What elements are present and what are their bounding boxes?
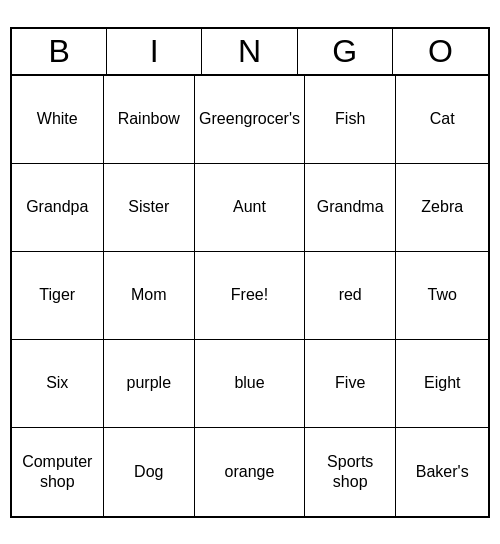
bingo-grid: WhiteRainbowGreengrocer'sFishCatGrandpaS… xyxy=(12,76,488,516)
bingo-cell[interactable]: Two xyxy=(396,252,488,340)
bingo-cell[interactable]: Zebra xyxy=(396,164,488,252)
cell-text: Greengrocer's xyxy=(199,109,300,128)
bingo-cell[interactable]: Aunt xyxy=(195,164,305,252)
cell-text: White xyxy=(37,109,78,128)
bingo-cell[interactable]: Tiger xyxy=(12,252,104,340)
bingo-cell[interactable]: blue xyxy=(195,340,305,428)
cell-text: red xyxy=(339,285,362,304)
cell-text: Cat xyxy=(430,109,455,128)
cell-text: Grandpa xyxy=(26,197,88,216)
cell-text: Eight xyxy=(424,373,460,392)
bingo-cell[interactable]: purple xyxy=(104,340,196,428)
cell-text: Grandma xyxy=(317,197,384,216)
cell-text: Baker's xyxy=(416,462,469,481)
header-letter: G xyxy=(298,29,393,74)
bingo-cell[interactable]: Grandma xyxy=(305,164,397,252)
bingo-cell[interactable]: Baker's xyxy=(396,428,488,516)
bingo-cell[interactable]: Fish xyxy=(305,76,397,164)
bingo-card: BINGO WhiteRainbowGreengrocer'sFishCatGr… xyxy=(10,27,490,518)
header-letter: N xyxy=(202,29,297,74)
bingo-cell[interactable]: orange xyxy=(195,428,305,516)
cell-text: Dog xyxy=(134,462,163,481)
bingo-header: BINGO xyxy=(12,29,488,76)
cell-text: Mom xyxy=(131,285,167,304)
cell-text: Five xyxy=(335,373,365,392)
bingo-cell[interactable]: Six xyxy=(12,340,104,428)
cell-text: Rainbow xyxy=(118,109,180,128)
cell-text: blue xyxy=(234,373,264,392)
bingo-cell[interactable]: Sister xyxy=(104,164,196,252)
cell-text: Computer shop xyxy=(16,452,99,490)
bingo-cell[interactable]: Cat xyxy=(396,76,488,164)
header-letter: B xyxy=(12,29,107,74)
bingo-cell[interactable]: Free! xyxy=(195,252,305,340)
cell-text: Six xyxy=(46,373,68,392)
cell-text: Zebra xyxy=(421,197,463,216)
bingo-cell[interactable]: Rainbow xyxy=(104,76,196,164)
cell-text: Fish xyxy=(335,109,365,128)
cell-text: Free! xyxy=(231,285,268,304)
bingo-cell[interactable]: White xyxy=(12,76,104,164)
cell-text: Aunt xyxy=(233,197,266,216)
cell-text: Sister xyxy=(128,197,169,216)
bingo-cell[interactable]: Sports shop xyxy=(305,428,397,516)
cell-text: Sports shop xyxy=(309,452,392,490)
bingo-cell[interactable]: Five xyxy=(305,340,397,428)
bingo-cell[interactable]: Dog xyxy=(104,428,196,516)
cell-text: Two xyxy=(428,285,457,304)
bingo-cell[interactable]: Computer shop xyxy=(12,428,104,516)
bingo-cell[interactable]: Mom xyxy=(104,252,196,340)
bingo-cell[interactable]: Greengrocer's xyxy=(195,76,305,164)
header-letter: O xyxy=(393,29,488,74)
bingo-cell[interactable]: Grandpa xyxy=(12,164,104,252)
cell-text: orange xyxy=(225,462,275,481)
cell-text: Tiger xyxy=(39,285,75,304)
bingo-cell[interactable]: red xyxy=(305,252,397,340)
bingo-cell[interactable]: Eight xyxy=(396,340,488,428)
header-letter: I xyxy=(107,29,202,74)
cell-text: purple xyxy=(127,373,171,392)
